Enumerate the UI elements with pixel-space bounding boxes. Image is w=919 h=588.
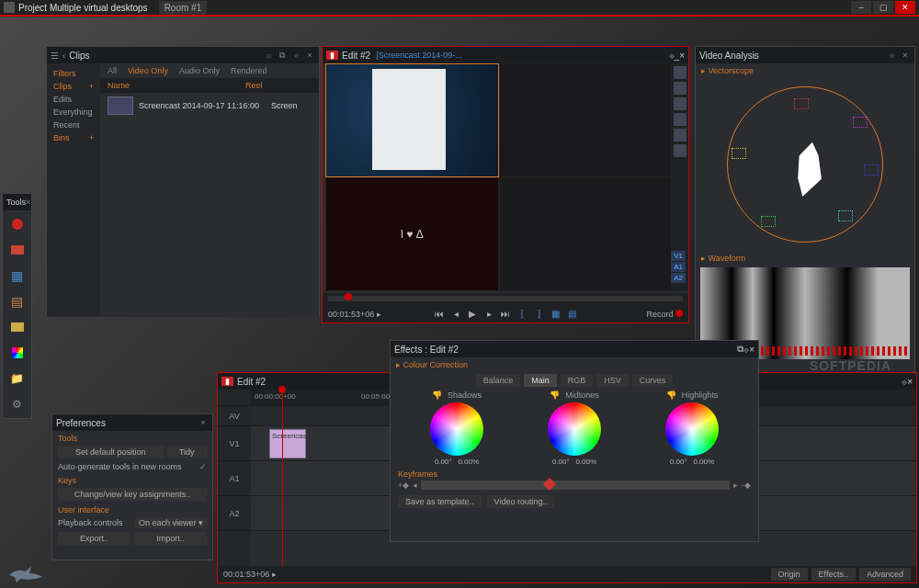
waveform-header[interactable]: ▸ Waveform	[696, 251, 914, 266]
kf-add-icon[interactable]: +◆	[398, 481, 409, 490]
tab-audio-only[interactable]: Audio Only	[179, 66, 220, 75]
tool-color[interactable]	[5, 341, 30, 365]
colour-correction-header[interactable]: ▸ Colour Correction	[391, 357, 758, 372]
sidebar-item-recent[interactable]: Recent	[51, 119, 96, 131]
tool-grid[interactable]: ▦	[5, 264, 30, 288]
tab-video-only[interactable]: Video Only	[128, 66, 168, 75]
col-reel[interactable]: Reel	[245, 81, 263, 90]
sidebar-tool-2[interactable]	[674, 82, 686, 95]
tab-balance[interactable]: Balance	[476, 374, 521, 387]
midtones-wheel[interactable]	[548, 402, 601, 456]
change-keys-button[interactable]: Change/view key assignments..	[58, 488, 207, 501]
sidebar-tool-3[interactable]	[674, 97, 686, 110]
kf-prev-icon[interactable]: ◂	[413, 481, 417, 490]
minimize-button[interactable]: –	[851, 1, 871, 14]
reset-icon[interactable]: 👎	[432, 390, 442, 400]
close-icon[interactable]: ×	[304, 50, 315, 61]
link-icon[interactable]: ⧉	[737, 344, 743, 355]
origin-button[interactable]: Origin	[771, 568, 808, 581]
close-button[interactable]: ✕	[895, 1, 915, 14]
playback-dropdown[interactable]: On each viewer ▾	[135, 517, 207, 528]
save-template-button[interactable]: Save as template..	[398, 495, 482, 508]
kf-next-icon[interactable]: ▸	[733, 481, 738, 490]
track-label-av[interactable]: AV	[218, 406, 251, 426]
sidebar-tool-4[interactable]	[674, 113, 686, 126]
overlay-button[interactable]: ▦	[549, 307, 562, 320]
tab-rendered[interactable]: Rendered	[231, 66, 267, 75]
edit-header: ▮ Edit #2 [Screencast 2014-09-... ⟐ _ ×	[323, 47, 688, 63]
clip-row[interactable]: Screencast 2014-09-17 11:16:00 Screen	[100, 93, 319, 119]
sidebar-item-clips[interactable]: Clips+	[51, 80, 96, 93]
reset-icon[interactable]: 👎	[666, 390, 676, 400]
tool-gear[interactable]: ⚙	[5, 392, 30, 416]
search-icon[interactable]: ⌕	[263, 50, 274, 61]
effects-button[interactable]: Effects..	[811, 568, 856, 581]
autogen-checkbox-row[interactable]: Auto-generate tools in new rooms✓	[52, 460, 212, 473]
pin-icon[interactable]: ⟐	[290, 50, 301, 61]
sidebar-item-everything[interactable]: Everything	[51, 106, 96, 119]
sidebar-tool-1[interactable]	[674, 66, 686, 79]
room-tab[interactable]: Room #1	[159, 1, 208, 15]
track-label-a1[interactable]: A1	[218, 461, 251, 496]
link-icon[interactable]: ⧉	[277, 50, 288, 61]
track-label-a2[interactable]: A2	[218, 496, 251, 531]
tool-record[interactable]	[5, 212, 30, 236]
tab-rgb[interactable]: RGB	[561, 374, 594, 387]
tab-hsv[interactable]: HSV	[596, 374, 629, 387]
record-button[interactable]: Record	[646, 310, 683, 319]
close-icon[interactable]: ×	[900, 50, 911, 61]
keyframe-marker[interactable]	[542, 478, 555, 491]
tool-calendar[interactable]: ▤	[5, 289, 30, 313]
track-v1[interactable]: V1	[671, 251, 686, 261]
step-back-button[interactable]: ◂	[449, 307, 462, 320]
shadows-wheel[interactable]	[430, 402, 483, 456]
edit-clip-name: [Screencast 2014-09-...	[376, 51, 462, 60]
mark-out-button[interactable]: ⟧	[532, 307, 545, 320]
tool-folder[interactable]: 📁	[5, 367, 30, 390]
tab-curves[interactable]: Curves	[632, 374, 674, 387]
track-label-v1[interactable]: V1	[218, 426, 251, 461]
tidy-button[interactable]: Tidy	[167, 446, 208, 458]
import-button[interactable]: Import..	[134, 532, 207, 545]
track-a1[interactable]: A1	[671, 262, 686, 272]
sidebar-tool-6[interactable]	[674, 144, 686, 157]
timeline-playhead[interactable]	[282, 390, 283, 566]
grid-button[interactable]: ▤	[565, 307, 578, 320]
video-routing-button[interactable]: Video routing..	[487, 495, 555, 508]
edit-accent: ▮	[326, 51, 338, 60]
close-icon[interactable]: ×	[907, 377, 913, 387]
close-icon[interactable]: ×	[749, 345, 754, 355]
track-a2[interactable]: A2	[671, 273, 686, 283]
sidebar-item-edits[interactable]: Edits	[51, 93, 96, 106]
advanced-button[interactable]: Advanced	[859, 568, 911, 581]
playhead-icon[interactable]	[345, 293, 352, 300]
set-default-button[interactable]: Set default position	[58, 446, 164, 458]
maximize-button[interactable]: ▢	[873, 1, 893, 14]
close-icon[interactable]: ×	[679, 51, 685, 61]
edit-viewer[interactable]: I ♥ Δ	[325, 63, 672, 291]
menu-icon[interactable]: ☰	[51, 51, 59, 61]
close-icon[interactable]: ×	[26, 198, 30, 207]
back-icon[interactable]: ‹	[62, 51, 65, 61]
tool-capture[interactable]	[5, 238, 30, 262]
vectorscope-header[interactable]: ▸ Vectorscope	[696, 63, 914, 78]
highlights-wheel[interactable]	[665, 402, 719, 456]
col-name[interactable]: Name	[108, 81, 245, 90]
mark-in-button[interactable]: ⟦	[516, 307, 528, 320]
goto-start-button[interactable]: ⏮	[433, 307, 446, 320]
tab-main[interactable]: Main	[524, 374, 557, 387]
tab-all[interactable]: All	[108, 66, 117, 75]
step-fwd-button[interactable]: ▸	[482, 307, 495, 320]
sidebar-tool-5[interactable]	[674, 129, 686, 141]
goto-end-button[interactable]: ⏭	[499, 307, 512, 320]
close-icon[interactable]: ×	[198, 417, 209, 428]
scrubber[interactable]	[328, 296, 683, 301]
timeline-clip[interactable]: Screencast	[269, 429, 306, 458]
tool-monitor[interactable]	[5, 315, 30, 339]
reset-icon[interactable]: 👎	[550, 390, 560, 400]
pin-icon[interactable]: ⟐	[886, 50, 897, 61]
keyframe-track[interactable]	[421, 481, 730, 490]
kf-remove-icon[interactable]: -◆	[742, 481, 751, 490]
play-button[interactable]: ▶	[466, 307, 479, 320]
export-button[interactable]: Export..	[58, 532, 130, 545]
